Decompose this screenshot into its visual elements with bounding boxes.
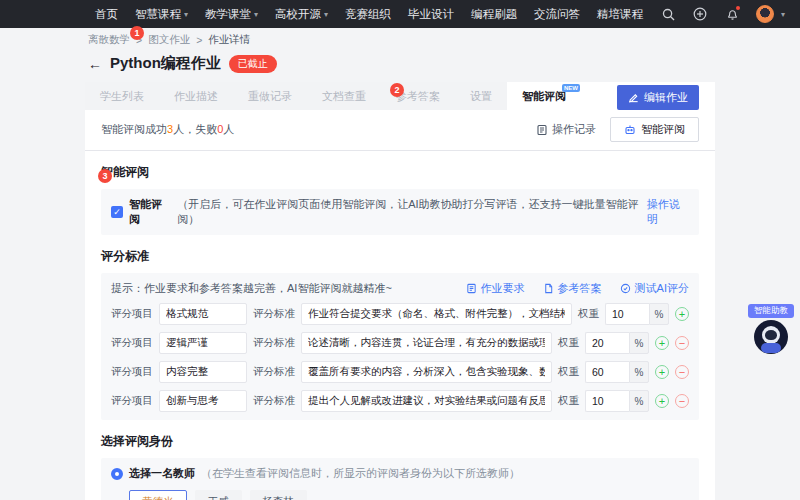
tab-doc-plagiarism[interactable]: 文档查重 xyxy=(307,82,381,110)
teacher-radio-description: （在学生查看评阅信息时，所显示的评阅者身份为以下所选教师） xyxy=(201,466,520,481)
criteria-item-input[interactable] xyxy=(159,303,247,325)
criteria-hint-row: 提示：作业要求和参考答案越完善，AI智能评阅就越精准~ 作业要求 参考答案 测试… xyxy=(111,281,689,296)
tab-student-list[interactable]: 学生列表 xyxy=(85,82,159,110)
weight-label: 权重 xyxy=(578,307,599,321)
weight-input[interactable] xyxy=(605,303,649,325)
weight-label: 权重 xyxy=(558,336,579,350)
status-text: 智能评阅成功3人，失败0人 xyxy=(101,122,234,137)
chevron-down-icon: ▾ xyxy=(781,10,785,19)
teacher-chip[interactable]: 王威 xyxy=(195,490,242,500)
assistant-label[interactable]: 智能助教 xyxy=(748,304,794,318)
weight-input[interactable] xyxy=(585,332,629,354)
tab-bar: 学生列表 作业描述 重做记录 文档查重 参考答案 设置 智能评阅NEW xyxy=(85,82,581,110)
percent-suffix: % xyxy=(629,390,649,412)
criteria-text-input[interactable] xyxy=(301,332,552,354)
ai-review-run-button[interactable]: 智能评阅 xyxy=(610,117,699,142)
reference-answer-link[interactable]: 参考答案 xyxy=(543,281,602,296)
tab-ai-review[interactable]: 智能评阅NEW xyxy=(507,82,581,110)
edit-assignment-button[interactable]: 编辑作业 xyxy=(617,85,699,110)
step-marker-2: 2 xyxy=(390,83,404,97)
tab-assignment-desc[interactable]: 作业描述 xyxy=(159,82,233,110)
back-arrow-icon[interactable]: ← xyxy=(88,56,102,72)
criteria-label: 评分标准 xyxy=(253,394,295,408)
ai-review-checkbox[interactable]: ✓ xyxy=(111,206,123,218)
weight-input[interactable] xyxy=(585,390,629,412)
assistant-avatar-icon[interactable] xyxy=(754,320,788,354)
step-marker-3: 3 xyxy=(98,169,112,183)
nav-item-graduation[interactable]: 毕业设计 xyxy=(408,7,454,22)
deadline-status-badge: 已截止 xyxy=(229,55,277,73)
identity-panel: 选择一名教师 （在学生查看评阅信息时，所显示的评阅者身份为以下所选教师） 黄德光… xyxy=(101,458,699,500)
criteria-label: 评分标准 xyxy=(253,307,295,321)
nav-item-qa[interactable]: 交流问答 xyxy=(534,7,580,22)
teacher-chip[interactable]: 黄德光 xyxy=(129,490,187,500)
teacher-chip[interactable]: 杨森林 xyxy=(250,490,308,500)
add-row-button[interactable]: + xyxy=(655,336,669,350)
criteria-text-input[interactable] xyxy=(301,361,552,383)
requirements-icon xyxy=(466,283,477,294)
ai-robot-icon xyxy=(624,124,636,136)
remove-row-button[interactable]: − xyxy=(675,336,689,350)
ai-review-checkbox-label: 智能评阅 xyxy=(129,197,171,227)
criteria-label: 评分标准 xyxy=(253,365,295,379)
assignment-requirements-link[interactable]: 作业要求 xyxy=(466,281,525,296)
breadcrumb-current: 作业详情 xyxy=(208,33,250,47)
section-heading-identity: 选择评阅身份 xyxy=(101,433,699,450)
bell-icon[interactable] xyxy=(724,6,740,22)
main-card: 学生列表 作业描述 重做记录 文档查重 参考答案 设置 智能评阅NEW 编辑作业… xyxy=(85,82,715,500)
criteria-item-input[interactable] xyxy=(159,361,247,383)
ai-review-description: （开启后，可在作业评阅页面使用智能评阅，让AI助教协助打分写评语，还支持一键批量… xyxy=(177,197,641,227)
clipboard-icon xyxy=(536,124,548,136)
new-tag: NEW xyxy=(562,84,580,92)
test-ai-score-link[interactable]: 测试AI评分 xyxy=(620,281,689,296)
weight-label: 权重 xyxy=(558,394,579,408)
nav-item-competition[interactable]: 竞赛组织 xyxy=(345,7,391,22)
page-title: Python编程作业 xyxy=(110,54,221,73)
remove-row-button[interactable]: − xyxy=(675,394,689,408)
criteria-item-input[interactable] xyxy=(159,390,247,412)
nav-item-opensource[interactable]: 高校开源▾ xyxy=(275,7,328,22)
criteria-text-input[interactable] xyxy=(301,390,552,412)
document-icon xyxy=(543,283,554,294)
nav-item-coding-drills[interactable]: 编程刷题 xyxy=(471,7,517,22)
breadcrumb-course[interactable]: 离散数学 xyxy=(88,33,130,47)
user-menu[interactable]: ▾ xyxy=(756,5,785,23)
nav-item-teaching[interactable]: 教学课堂▾ xyxy=(205,7,258,22)
add-row-button[interactable]: + xyxy=(655,394,669,408)
tab-redo-records[interactable]: 重做记录 xyxy=(233,82,307,110)
add-row-button[interactable]: + xyxy=(675,307,689,321)
breadcrumb-assignment-list[interactable]: 图文作业 xyxy=(148,33,190,47)
weight-input[interactable] xyxy=(585,361,629,383)
title-row: ← Python编程作业 已截止 xyxy=(88,54,277,73)
top-nav: 首页 智慧课程▾ 教学课堂▾ 高校开源▾ 竞赛组织 毕业设计 编程刷题 交流问答… xyxy=(0,0,800,28)
item-label: 评分项目 xyxy=(111,307,153,321)
breadcrumb-separator: > xyxy=(196,34,202,46)
notification-dot xyxy=(736,6,740,10)
test-score-icon xyxy=(620,283,631,294)
operation-log-link[interactable]: 操作记录 xyxy=(536,122,596,137)
add-circle-icon[interactable] xyxy=(692,6,708,22)
teacher-radio-row: 选择一名教师 （在学生查看评阅信息时，所显示的评阅者身份为以下所选教师） xyxy=(111,466,689,481)
remove-row-button[interactable]: − xyxy=(675,365,689,379)
criteria-hint: 提示：作业要求和参考答案越完善，AI智能评阅就越精准~ xyxy=(111,281,392,296)
step-marker-1: 1 xyxy=(130,26,144,40)
item-label: 评分项目 xyxy=(111,336,153,350)
help-link[interactable]: 操作说明 xyxy=(647,197,689,227)
floating-assistant: 智能助教 xyxy=(748,304,794,354)
nav-item-premium-courses[interactable]: 精培课程 xyxy=(597,7,643,22)
search-icon[interactable] xyxy=(660,6,676,22)
criteria-text-input[interactable] xyxy=(301,303,572,325)
percent-suffix: % xyxy=(629,332,649,354)
chevron-down-icon: ▾ xyxy=(254,10,258,19)
criteria-row: 评分项目 评分标准 权重 % + − xyxy=(111,332,689,354)
chevron-down-icon: ▾ xyxy=(184,10,188,19)
nav-item-home[interactable]: 首页 xyxy=(95,7,118,22)
ai-review-toggle-row: ✓ 智能评阅 （开启后，可在作业评阅页面使用智能评阅，让AI助教协助打分写评语，… xyxy=(101,189,699,235)
add-row-button[interactable]: + xyxy=(655,365,669,379)
teacher-radio[interactable] xyxy=(111,468,123,480)
tab-settings[interactable]: 设置 xyxy=(455,82,507,110)
criteria-item-input[interactable] xyxy=(159,332,247,354)
nav-item-smart-courses[interactable]: 智慧课程▾ xyxy=(135,7,188,22)
teacher-radio-label: 选择一名教师 xyxy=(129,466,195,481)
avatar xyxy=(756,5,774,23)
